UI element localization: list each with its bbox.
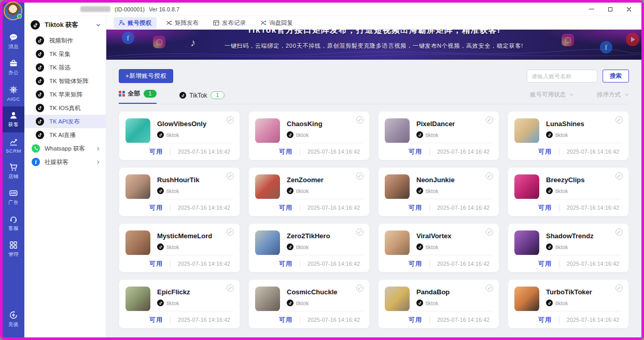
account-card[interactable]: RushHourTik tiktok 可用 2025-07-16 14:16:4… xyxy=(119,167,240,216)
edit-icon[interactable] xyxy=(227,172,234,180)
sidebar-item[interactable]: TK AI直播 xyxy=(24,128,106,142)
search-input[interactable] xyxy=(527,70,597,83)
tab-publish-record[interactable]: 发布记录 xyxy=(208,17,251,29)
account-card[interactable]: EpicFlickz tiktok 可用 2025-07-16 14:16:42 xyxy=(119,279,240,329)
count-badge: 1 xyxy=(211,91,225,99)
avatar xyxy=(255,174,280,199)
sidebar-group-social[interactable]: f 社媒获客 xyxy=(24,155,106,169)
account-card[interactable]: GlowVibesOnly tiktok 可用 2025-07-16 14:16… xyxy=(119,111,240,160)
avatar xyxy=(255,287,280,311)
filter-row: 全部 1 TikTok 1 账号可用状态 排序方式 xyxy=(119,89,629,104)
edit-icon[interactable] xyxy=(227,116,234,124)
account-card[interactable]: CosmicChuckle tiktok 可用 2025-07-16 14:16… xyxy=(248,279,370,329)
titlebar: (ID-000001) Ver 16.0.8.7 xyxy=(24,3,641,16)
sidebar-group-whatsapp[interactable]: Whatsapp 获客 xyxy=(24,142,106,155)
sidebar-item-label: 视频制作 xyxy=(49,37,73,45)
account-card[interactable]: ViralVortex tiktok 可用 2025-07-16 14:16:4… xyxy=(378,223,499,273)
status-badge: 可用 xyxy=(149,260,163,268)
account-card[interactable]: ChaosKing tiktok 可用 2025-07-16 14:16:42 xyxy=(248,111,370,160)
sort-dropdown[interactable]: 排序方式 xyxy=(597,91,629,99)
account-card[interactable]: ZenZoomer tiktok 可用 2025-07-16 14:16:42 xyxy=(248,167,370,216)
platform-label: tiktok xyxy=(296,244,309,250)
divider xyxy=(170,148,171,155)
edit-icon[interactable] xyxy=(356,172,363,180)
divider xyxy=(559,148,559,155)
divider xyxy=(170,316,171,323)
rail-item-aigc[interactable]: AIGC xyxy=(3,80,24,106)
platform-label: tiktok xyxy=(296,132,309,138)
close-icon[interactable] xyxy=(626,6,632,12)
account-card[interactable]: ShadowTrendz tiktok 可用 2025-07-16 14:16:… xyxy=(508,223,629,273)
sidebar-item[interactable]: TK 筛选 xyxy=(24,61,106,74)
rail-item-recharge[interactable]: 充值 xyxy=(3,306,24,332)
edit-icon[interactable] xyxy=(486,172,493,180)
edit-icon[interactable] xyxy=(615,284,623,292)
edit-icon[interactable] xyxy=(615,172,623,180)
tiktok-icon xyxy=(36,117,44,126)
rail-item-support[interactable]: 客服 xyxy=(3,210,24,236)
rail-item-admin[interactable]: 管理 xyxy=(3,236,24,262)
account-card[interactable]: NeonJunkie tiktok 可用 2025-07-16 14:16:42 xyxy=(378,167,499,216)
add-account-button[interactable]: +新增账号授权 xyxy=(119,69,173,83)
chart-icon xyxy=(9,137,18,146)
rail-item-scrm[interactable]: SCRM xyxy=(3,132,24,158)
platform-label: tiktok xyxy=(555,300,568,306)
rail-item-leads[interactable]: 获客 xyxy=(3,106,24,132)
search-button[interactable]: 搜索 xyxy=(603,70,629,83)
filter-tab-tiktok[interactable]: TikTok 1 xyxy=(179,91,225,104)
sidebar-item[interactable]: TK API发布 xyxy=(24,115,106,128)
account-card[interactable]: TurboTikToker tiktok 可用 2025-07-16 14:16… xyxy=(508,279,629,329)
filter-tab-all[interactable]: 全部 1 xyxy=(119,89,157,104)
sidebar-item[interactable]: TK 智能体矩阵 xyxy=(24,74,106,88)
account-card[interactable]: MysticMemeLord tiktok 可用 2025-07-16 14:1… xyxy=(119,223,240,273)
status-dropdown[interactable]: 账号可用状态 xyxy=(530,91,574,99)
rail-item-office[interactable]: 办公 xyxy=(3,55,24,80)
tab-label: 发布记录 xyxy=(222,19,246,27)
edit-icon[interactable] xyxy=(356,116,363,124)
tab-matrix-publish[interactable]: 矩阵发布 xyxy=(161,17,204,29)
sidebar-item-label: TK API发布 xyxy=(49,118,80,126)
account-card[interactable]: PixelDancer tiktok 可用 2025-07-16 14:16:4… xyxy=(378,111,499,160)
tiktok-icon xyxy=(36,104,44,112)
divider xyxy=(429,316,430,323)
edit-icon[interactable] xyxy=(486,284,493,292)
card-footer: 可用 2025-07-16 14:16:42 xyxy=(125,199,233,216)
tiktok-icon xyxy=(157,243,164,250)
account-card[interactable]: LunaShines tiktok 可用 2025-07-16 14:16:42 xyxy=(508,111,629,160)
account-card[interactable]: Zero2TikHero tiktok 可用 2025-07-16 14:16:… xyxy=(248,223,370,273)
youtube-icon xyxy=(626,33,639,46)
edit-icon[interactable] xyxy=(356,228,363,236)
rail-item-shop[interactable]: 店铺 xyxy=(3,158,24,184)
sidebar-item[interactable]: TK IOS真机 xyxy=(24,101,106,115)
facebook-icon: f xyxy=(122,32,134,44)
edit-icon[interactable] xyxy=(486,116,493,124)
sidebar-item[interactable]: 视频制作 xyxy=(24,34,106,47)
divider xyxy=(429,148,430,155)
account-card[interactable]: BreezyClips tiktok 可用 2025-07-16 14:16:4… xyxy=(508,167,629,216)
count-badge: 1 xyxy=(144,90,157,98)
tiktok-icon xyxy=(36,77,44,85)
gear-icon xyxy=(9,85,18,94)
dropdown-label: 排序方式 xyxy=(597,91,621,99)
rail-item-ads[interactable]: ADS 广告 xyxy=(3,184,24,210)
tab-inquiry-reply[interactable]: 询盘回复 xyxy=(255,17,298,29)
edit-icon[interactable] xyxy=(486,228,493,236)
sidebar-item-label: TK 智能体矩阵 xyxy=(49,77,88,85)
account-card[interactable]: PandaBop tiktok 可用 2025-07-16 14:16:42 xyxy=(378,279,499,329)
edit-icon[interactable] xyxy=(615,228,623,236)
edit-icon[interactable] xyxy=(356,284,363,292)
card-footer: 可用 2025-07-16 14:16:42 xyxy=(125,255,233,272)
maximize-icon[interactable] xyxy=(607,6,613,12)
edit-icon[interactable] xyxy=(227,228,234,236)
sidebar-item[interactable]: TK 苹果矩阵 xyxy=(24,88,106,101)
minimize-icon[interactable] xyxy=(589,6,595,12)
sidebar-item[interactable]: TK 采集 xyxy=(24,47,106,61)
tab-account-auth[interactable]: 账号授权 xyxy=(114,17,157,29)
card-footer: 可用 2025-07-16 14:16:42 xyxy=(255,143,363,160)
rail-item-messages[interactable]: 消息 xyxy=(3,29,24,55)
sidebar-header-tiktok[interactable]: Tiktok 获客 xyxy=(24,16,106,34)
user-avatar[interactable] xyxy=(4,2,22,20)
edit-icon[interactable] xyxy=(227,284,234,292)
person-icon xyxy=(9,111,18,120)
edit-icon[interactable] xyxy=(615,116,623,124)
